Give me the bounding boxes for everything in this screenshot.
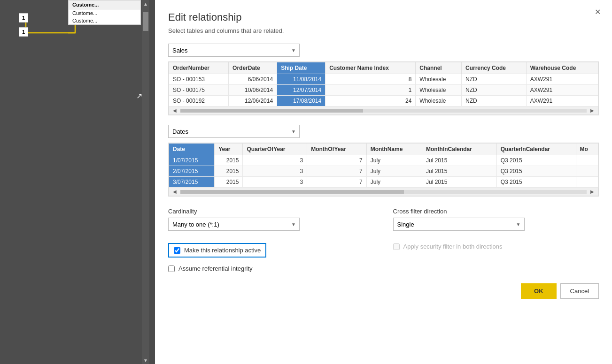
cell: 3 [243, 177, 307, 188]
card-header: Custome... [69, 0, 140, 9]
col-orderdate: OrderDate [229, 62, 277, 74]
table1-scrollbar[interactable]: ◀ ▶ [169, 106, 598, 115]
cell: Wholesale [416, 74, 462, 85]
diagram-background: ▲ ▼ 1 1 Custome... Custome... Custome...… [0, 0, 149, 364]
cell: 3/07/2015 [169, 177, 215, 188]
close-button[interactable]: ✕ [591, 6, 604, 18]
col-channel: Channel [416, 62, 462, 74]
scroll-track[interactable] [180, 190, 587, 194]
cell [576, 177, 598, 188]
table-row: 3/07/2015 2015 3 7 July Jul 2015 Q3 2015 [169, 177, 598, 188]
active-relationship-label: Make this relationship active [184, 247, 261, 254]
left-checkboxes: Make this relationship active Assume ref… [168, 243, 374, 276]
diagram-scrollbar[interactable]: ▲ ▼ [142, 0, 149, 364]
col-monthofyear: MonthOfYear [307, 144, 367, 155]
cell: AXW291 [526, 96, 598, 106]
checkboxes-area: Make this relationship active Assume ref… [168, 243, 599, 276]
col-ordernumber: OrderNumber [169, 62, 229, 74]
integrity-checkbox-row: Assume referential integrity [168, 265, 374, 272]
cardinality-dropdown[interactable]: Many to one (*:1) One to one (1:1) One t… [168, 218, 300, 231]
active-relationship-checkbox-row[interactable]: Make this relationship active [168, 243, 266, 258]
table2: Date Year QuarterOfYear MonthOfYear Mont… [169, 143, 598, 188]
col-quarterincalendar: QuarterInCalendar [496, 144, 576, 155]
table2-dropdown[interactable]: Dates Sales Customers [168, 125, 300, 138]
scroll-left-arrow[interactable]: ◀ [171, 107, 178, 114]
badge-one-left: 1 [19, 13, 28, 23]
table2-scrollbar[interactable]: ◀ ▶ [169, 188, 598, 196]
cell: 7 [307, 155, 367, 166]
cell: SO - 000153 [169, 74, 229, 85]
cell: 12/06/2014 [229, 96, 277, 106]
col-mo: Mo [576, 144, 598, 155]
integrity-label: Assume referential integrity [178, 265, 253, 272]
cell: 8 [325, 74, 416, 85]
table1: OrderNumber OrderDate Ship Date Customer… [169, 62, 598, 106]
cell: 2015 [215, 166, 243, 177]
cell: 7 [307, 177, 367, 188]
crossfilter-dropdown-container[interactable]: Single Both ▼ [393, 218, 525, 231]
cancel-button[interactable]: Cancel [560, 283, 599, 299]
table-row: SO - 000192 12/06/2014 17/08/2014 24 Who… [169, 96, 598, 106]
cell: 2/07/2015 [169, 166, 215, 177]
cell: 10/06/2014 [229, 85, 277, 96]
cardinality-group: Cardinality Many to one (*:1) One to one… [168, 208, 374, 235]
security-checkbox[interactable] [393, 243, 400, 250]
cell: 17/08/2014 [277, 96, 325, 106]
modal-subtitle: Select tables and columns that are relat… [168, 27, 599, 34]
table2-wrapper: Date Year QuarterOfYear MonthOfYear Mont… [168, 143, 599, 197]
cell: July [366, 166, 422, 177]
cell: 1/07/2015 [169, 155, 215, 166]
table1-dropdown-container[interactable]: Sales Dates Customers ▼ [168, 44, 300, 57]
cell: NZD [461, 85, 526, 96]
badge-one-right: 1 [19, 27, 28, 37]
scroll-right-arrow[interactable]: ▶ [589, 188, 596, 196]
scroll-down-arrow[interactable]: ▼ [142, 356, 149, 364]
card-row-1: Custome... [69, 9, 140, 17]
ok-button[interactable]: OK [521, 283, 557, 299]
scroll-left-arrow[interactable]: ◀ [171, 188, 178, 196]
col-customerindex: Customer Name Index [325, 62, 416, 74]
col-year: Year [215, 144, 243, 155]
cardinality-dropdown-container[interactable]: Many to one (*:1) One to one (1:1) One t… [168, 218, 300, 231]
col-currency: Currency Code [461, 62, 526, 74]
cell [576, 166, 598, 177]
cell: Jul 2015 [422, 177, 496, 188]
cell: NZD [461, 74, 526, 85]
table-row: SO - 000175 10/06/2014 12/07/2014 1 Whol… [169, 85, 598, 96]
security-label: Apply security filter in both directions [403, 243, 503, 250]
buttons-row: OK Cancel [168, 283, 599, 299]
cardinality-label: Cardinality [168, 208, 374, 215]
cell: SO - 000192 [169, 96, 229, 106]
col-shipdate: Ship Date [277, 62, 325, 74]
cell: July [366, 155, 422, 166]
active-relationship-checkbox[interactable] [174, 247, 180, 254]
cell: July [366, 177, 422, 188]
controls-row: Cardinality Many to one (*:1) One to one… [168, 208, 599, 235]
cell: 6/06/2014 [229, 74, 277, 85]
crossfilter-group: Cross filter direction Single Both ▼ [393, 208, 599, 235]
integrity-checkbox[interactable] [168, 265, 175, 272]
scroll-thumb [180, 190, 404, 194]
cell: 3 [243, 166, 307, 177]
col-monthincalendar: MonthInCalendar [422, 144, 496, 155]
table2-dropdown-container[interactable]: Dates Sales Customers ▼ [168, 125, 300, 138]
table1-dropdown[interactable]: Sales Dates Customers [168, 44, 300, 57]
cell: Wholesale [416, 85, 462, 96]
scroll-track[interactable] [180, 109, 587, 113]
crossfilter-dropdown[interactable]: Single Both [393, 218, 525, 231]
security-checkbox-row[interactable]: Apply security filter in both directions [393, 243, 599, 250]
table-row: SO - 000153 6/06/2014 11/08/2014 8 Whole… [169, 74, 598, 85]
cell: Jul 2015 [422, 155, 496, 166]
cell: AXW291 [526, 74, 598, 85]
scroll-up-arrow[interactable]: ▲ [142, 0, 149, 8]
integrity-row[interactable]: Assume referential integrity [168, 265, 374, 272]
card-row-2: Custome... [69, 17, 140, 24]
table1-wrapper: OrderNumber OrderDate Ship Date Customer… [168, 61, 599, 115]
right-checkboxes: Apply security filter in both directions [393, 243, 599, 254]
cell: 2015 [215, 155, 243, 166]
cell: 24 [325, 96, 416, 106]
cell: Q3 2015 [496, 155, 576, 166]
cell [576, 155, 598, 166]
scroll-right-arrow[interactable]: ▶ [589, 107, 596, 114]
cell: SO - 000175 [169, 85, 229, 96]
